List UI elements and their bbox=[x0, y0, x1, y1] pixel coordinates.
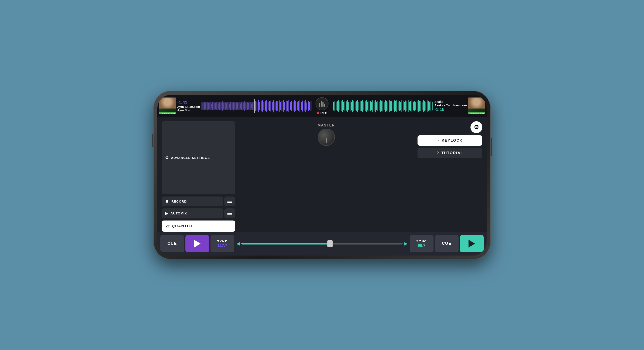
right-cue-button[interactable]: CUE bbox=[435, 235, 458, 252]
automix-button[interactable]: ▶ AUTOMIX bbox=[162, 208, 223, 218]
svg-rect-83 bbox=[337, 101, 338, 111]
crossfader-fill bbox=[242, 243, 330, 244]
svg-rect-106 bbox=[366, 100, 367, 112]
svg-rect-151 bbox=[423, 100, 424, 112]
svg-rect-35 bbox=[250, 102, 251, 110]
svg-rect-129 bbox=[395, 101, 396, 111]
svg-rect-104 bbox=[364, 102, 364, 110]
right-play-button[interactable] bbox=[460, 235, 484, 252]
left-waveform[interactable] bbox=[201, 99, 312, 113]
svg-rect-85 bbox=[340, 102, 340, 110]
record-button[interactable]: ⏺ RECORD bbox=[162, 196, 223, 206]
left-deck-info: 9JAFLAVER.COM -1:41 Ayra St...er.com Ayr… bbox=[157, 95, 314, 118]
svg-rect-94 bbox=[351, 102, 352, 110]
svg-rect-68 bbox=[297, 102, 298, 110]
svg-rect-76 bbox=[308, 101, 309, 111]
left-sync-bpm: 117.7 bbox=[218, 244, 227, 248]
tutorial-label: TUTORIAL bbox=[441, 151, 463, 155]
svg-rect-98 bbox=[356, 101, 357, 111]
left-album-badge: 9JAFLAVER.COM bbox=[159, 112, 176, 114]
svg-rect-10 bbox=[215, 103, 216, 110]
svg-rect-153 bbox=[426, 102, 426, 110]
keylock-button[interactable]: ♪ KEYLOCK bbox=[418, 135, 482, 146]
svg-rect-111 bbox=[372, 100, 373, 112]
right-sync-button[interactable]: SYNC 99.7 bbox=[410, 235, 434, 252]
top-waveform-bar: 9JAFLAVER.COM -1:41 Ayra St...er.com Ayr… bbox=[157, 95, 487, 118]
svg-rect-45 bbox=[265, 101, 266, 111]
left-sync-label: SYNC bbox=[217, 239, 228, 243]
svg-rect-33 bbox=[247, 102, 248, 110]
settings-button[interactable]: ⚙ bbox=[470, 121, 482, 133]
master-knob[interactable] bbox=[318, 129, 335, 146]
crossfader-right-arrow-icon: ▶ bbox=[404, 241, 408, 246]
left-sync-button[interactable]: SYNC 117.7 bbox=[210, 235, 234, 252]
rec-dot-icon bbox=[317, 112, 320, 114]
advanced-settings-button[interactable]: ⚙ ADVANCED SETTINGS bbox=[162, 121, 235, 194]
quantize-button[interactable]: ▱ QUANTIZE bbox=[162, 220, 235, 232]
knob-indicator bbox=[326, 138, 327, 143]
left-deck-title: Ayra St...er.com bbox=[177, 105, 200, 108]
svg-rect-32 bbox=[246, 103, 246, 109]
svg-rect-19 bbox=[228, 102, 228, 110]
right-album-art: 9JAFLAVER.COM bbox=[468, 98, 485, 114]
left-deck-artist: Ayra Starr bbox=[177, 108, 200, 112]
svg-rect-53 bbox=[276, 101, 277, 111]
svg-rect-152 bbox=[424, 101, 425, 111]
tutorial-button[interactable]: ? TUTORIAL bbox=[418, 148, 482, 158]
svg-rect-55 bbox=[279, 100, 280, 112]
svg-rect-147 bbox=[418, 100, 419, 112]
crossfader-thumb[interactable] bbox=[328, 240, 332, 247]
svg-rect-50 bbox=[272, 102, 273, 110]
svg-rect-155 bbox=[428, 101, 429, 111]
quantize-label: QUANTIZE bbox=[172, 224, 194, 228]
right-panel: ⚙ ♪ KEYLOCK ? TUTORIAL bbox=[418, 121, 482, 232]
svg-rect-86 bbox=[341, 101, 342, 111]
mixer-bars-icon bbox=[319, 101, 325, 107]
svg-rect-42 bbox=[261, 101, 262, 111]
left-play-icon bbox=[194, 240, 200, 248]
svg-rect-101 bbox=[360, 101, 361, 111]
svg-rect-99 bbox=[357, 100, 358, 112]
svg-rect-67 bbox=[296, 101, 296, 111]
left-cue-button[interactable]: CUE bbox=[160, 235, 184, 252]
mixer-button[interactable] bbox=[316, 97, 328, 110]
right-waveform[interactable] bbox=[332, 99, 433, 113]
svg-rect-109 bbox=[370, 101, 371, 111]
svg-rect-124 bbox=[389, 100, 390, 112]
right-sync-bpm: 99.7 bbox=[418, 244, 425, 248]
svg-rect-63 bbox=[290, 102, 291, 110]
svg-rect-2 bbox=[204, 102, 205, 110]
svg-rect-105 bbox=[365, 101, 366, 111]
svg-rect-149 bbox=[420, 101, 422, 111]
svg-rect-127 bbox=[393, 102, 394, 110]
svg-rect-29 bbox=[242, 102, 242, 110]
left-play-button[interactable] bbox=[186, 235, 209, 252]
right-deck-title: Asake bbox=[434, 100, 443, 104]
svg-rect-57 bbox=[282, 101, 282, 111]
svg-rect-144 bbox=[414, 101, 415, 111]
svg-rect-59 bbox=[284, 102, 285, 110]
svg-rect-121 bbox=[385, 100, 386, 112]
svg-rect-37 bbox=[252, 102, 253, 110]
svg-rect-77 bbox=[309, 102, 310, 110]
crossfader-track[interactable] bbox=[242, 243, 402, 244]
svg-rect-47 bbox=[268, 102, 268, 110]
left-panel: ⚙ ADVANCED SETTINGS ⏺ RECORD bbox=[162, 121, 235, 232]
svg-rect-133 bbox=[400, 102, 401, 110]
rec-button[interactable]: REC bbox=[317, 111, 328, 115]
svg-rect-88 bbox=[344, 102, 344, 110]
left-cue-label: CUE bbox=[168, 241, 177, 246]
automix-menu-button[interactable] bbox=[224, 208, 235, 218]
record-menu-button[interactable] bbox=[224, 196, 235, 206]
svg-rect-154 bbox=[427, 100, 428, 112]
svg-rect-24 bbox=[234, 103, 235, 109]
svg-rect-70 bbox=[300, 100, 300, 112]
svg-rect-89 bbox=[345, 101, 346, 111]
settings-gear-icon: ⚙ bbox=[474, 124, 479, 130]
center-panel: MASTER bbox=[237, 121, 415, 232]
svg-rect-9 bbox=[214, 103, 214, 109]
right-album-face bbox=[468, 98, 485, 108]
record-icon: ⏺ bbox=[165, 199, 169, 204]
svg-rect-141 bbox=[410, 101, 411, 111]
svg-rect-110 bbox=[371, 102, 372, 110]
